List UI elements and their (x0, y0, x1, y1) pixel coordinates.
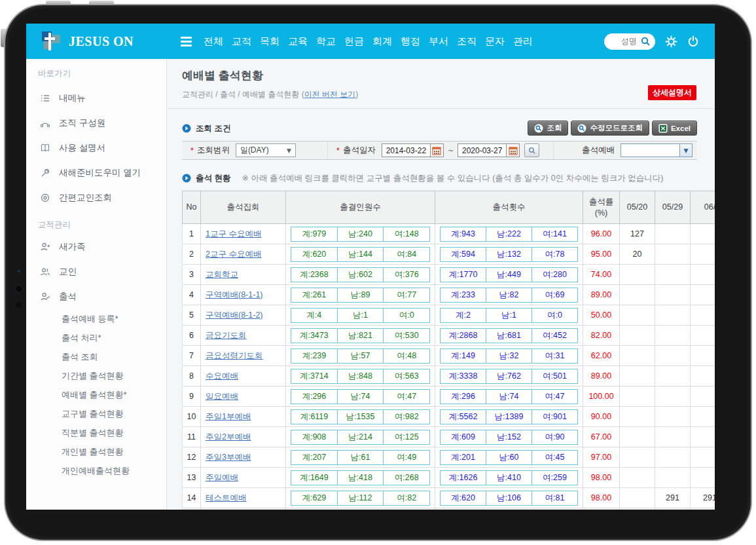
sidebar-subitem[interactable]: 교구별 출석현황 (26, 404, 166, 423)
sidebar-subitem[interactable]: 출석 처리* (26, 328, 166, 347)
nav-item[interactable]: 조직 (457, 35, 477, 48)
service-link[interactable]: 주일예배 (206, 473, 238, 482)
attended-counts: 계:609남:152여:90 (435, 427, 583, 447)
excel-button[interactable]: Excel (652, 121, 697, 136)
count-value: 여:280 (531, 268, 577, 282)
service-link[interactable]: 구역예배(8-1-1) (206, 290, 263, 299)
count-value: 계:3473 (291, 329, 337, 343)
search-button[interactable]: 조회 (528, 121, 568, 136)
table-row: 22교구 수요예배계:620남:144여:84계:594남:132여:7895.… (183, 244, 715, 265)
edit-mode-search-button[interactable]: 수정모드로조회 (571, 121, 649, 136)
nav-item[interactable]: 교적 (232, 35, 251, 48)
count-value: 남:61 (337, 451, 384, 464)
tablet-frame: JESUS ON 전체교적목회교육학교헌금회계행정부서조직문자관리 (5, 5, 751, 540)
sidebar-subitem[interactable]: 기간별 출석현황 (26, 366, 166, 385)
table-header-row: No 출석집회 출결인원수 출석횟수 출석률 (%) 05/20 (183, 191, 715, 224)
hamburger-menu-icon[interactable] (181, 37, 192, 47)
count-value: 여:376 (383, 268, 429, 282)
calendar-icon[interactable] (506, 143, 520, 157)
nav-item[interactable]: 행정 (401, 35, 420, 48)
date-search-icon[interactable] (524, 143, 539, 157)
nav-item[interactable]: 헌금 (344, 35, 364, 48)
service-link[interactable]: 주일1부예배 (206, 412, 251, 421)
day-cell (620, 366, 655, 386)
day-cell (620, 305, 655, 326)
sidebar-item[interactable]: 내메뉴 (26, 86, 166, 111)
app-logo[interactable]: JESUS ON (26, 31, 171, 51)
service-link[interactable]: 2교구 수요예배 (206, 250, 261, 259)
sidebar: 바로가기내메뉴조직 구성원사용 설명서새해준비도우미 열기간편교인조회교적관리새… (26, 59, 167, 510)
detail-manual-badge[interactable]: 상세설명서 (648, 85, 696, 100)
count-value: 남:410 (486, 471, 531, 485)
breadcrumb-text: ) (355, 90, 358, 99)
sidebar-item[interactable]: 조직 구성원 (26, 111, 166, 136)
sidebar-subitem[interactable]: 개인예배출석현황 (26, 461, 166, 480)
sidebar-subitem[interactable]: 개인별 출석현황 (26, 442, 166, 461)
service-link[interactable]: 주일2부예배 (206, 432, 251, 442)
table-row: 4구역예배(8-1-1)계:261남:89여:77계:233남:82여:6989… (183, 285, 715, 305)
sidebar-item[interactable]: 새해준비도우미 열기 (26, 160, 166, 185)
attendance-table: No 출석집회 출결인원수 출석횟수 출석률 (%) 05/20 (182, 191, 715, 510)
row-number: 2 (183, 244, 201, 265)
sidebar-item[interactable]: 새가족 (26, 235, 166, 259)
count-box: 계:609남:152여:90 (440, 430, 578, 445)
day-cell (691, 285, 715, 305)
count-value: 계:979 (291, 227, 337, 241)
previous-version-link[interactable]: 이전 버전 보기 (304, 90, 356, 99)
nav-item[interactable]: 회계 (372, 35, 392, 48)
day-cell (655, 265, 691, 285)
sidebar-item[interactable]: 간편교인조회 (26, 185, 166, 210)
gear-icon[interactable] (665, 35, 677, 48)
count-value: 계:629 (291, 491, 337, 505)
attended-counts: 계:5562남:1389여:901 (435, 407, 583, 427)
service-link[interactable]: 교회학교 (206, 270, 238, 279)
date-to-input[interactable] (458, 143, 506, 157)
nav-item[interactable]: 학교 (316, 35, 336, 48)
service-link[interactable]: 일요예배 (206, 392, 238, 401)
nav-item[interactable]: 문자 (485, 35, 505, 48)
service-link[interactable]: 금요기도회 (206, 331, 247, 340)
sidebar-item[interactable]: 교인 (26, 259, 166, 284)
date-from-input[interactable] (382, 143, 430, 157)
count-box: 계:1626남:410여:259 (440, 470, 578, 485)
sidebar-subitem[interactable]: 출석예배 등록* (26, 309, 166, 328)
sidebar-subitem[interactable]: 예배별 출석현황* (26, 385, 166, 404)
sidebar-item[interactable]: 출석 (26, 284, 166, 309)
chevron-down-icon: ▼ (679, 144, 692, 157)
count-value: 여:69 (531, 288, 577, 302)
day-total-cell: 147 (620, 508, 655, 510)
power-icon[interactable] (687, 35, 699, 47)
member-search-box[interactable] (604, 33, 655, 50)
range-select[interactable]: 일(DAY) ▼ (236, 143, 296, 157)
service-link[interactable]: 1교구 수요예배 (206, 229, 261, 238)
sidebar-subitem[interactable]: 직분별 출석현황 (26, 423, 166, 442)
calendar-icon[interactable] (430, 143, 444, 157)
day-cell (655, 305, 691, 326)
sidebar-item[interactable]: 사용 설명서 (26, 136, 166, 160)
nav-item[interactable]: 부서 (429, 35, 448, 48)
enrolled-counts: 계:261남:89여:77 (286, 285, 435, 305)
count-value: 계:2 (441, 309, 486, 322)
service-cell: 일요예배 (201, 386, 286, 407)
required-asterisk: * (336, 146, 340, 155)
nav-item[interactable]: 목회 (260, 35, 279, 48)
service-link[interactable]: 수요예배 (206, 371, 238, 381)
day-cell (691, 447, 715, 468)
rate-cell: 82.00 (583, 326, 620, 346)
count-value: 남:60 (486, 451, 531, 464)
nav-item[interactable]: 전체 (204, 35, 223, 48)
search-icon[interactable] (640, 36, 651, 47)
count-box: 계:3473남:821여:530 (291, 328, 430, 343)
rate-total-cell: 87.00 (583, 508, 620, 510)
sidebar-subitem[interactable]: 출석 조회 (26, 347, 166, 366)
day-cell (691, 305, 715, 326)
service-link[interactable]: 주일3부예배 (206, 453, 251, 462)
service-link[interactable]: 테스트예배 (206, 493, 247, 502)
nav-item[interactable]: 교육 (288, 35, 308, 48)
service-link[interactable]: 구역예배(8-1-2) (206, 310, 263, 320)
count-value: 남:144 (337, 248, 384, 261)
nav-item[interactable]: 관리 (513, 35, 533, 48)
worship-select[interactable]: ▼ (621, 143, 693, 157)
service-link[interactable]: 금요성령기도회 (206, 351, 263, 360)
member-search-input[interactable] (608, 36, 638, 47)
